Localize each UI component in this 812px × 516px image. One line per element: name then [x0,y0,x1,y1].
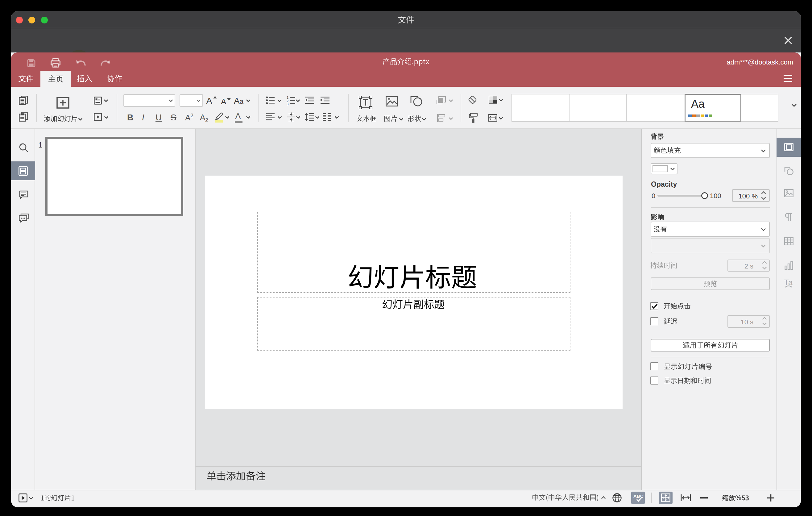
svg-text:3: 3 [287,102,288,106]
